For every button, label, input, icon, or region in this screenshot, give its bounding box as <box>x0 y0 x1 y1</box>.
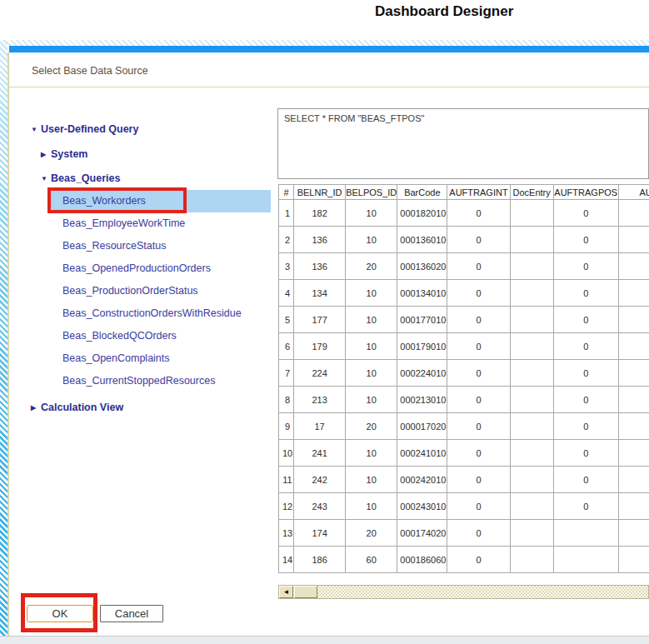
scrollbar-thumb[interactable] <box>294 586 317 598</box>
table-cell[interactable]: 0 <box>447 547 510 573</box>
table-cell[interactable]: 136 <box>294 253 346 280</box>
table-cell[interactable]: 10 <box>346 227 397 253</box>
table-cell[interactable]: 0 <box>553 493 618 520</box>
table-cell[interactable]: 10 <box>346 280 397 307</box>
tree-item-beas_currentstoppedresources[interactable]: Beas_CurrentStoppedResources <box>48 370 271 392</box>
column-header-barcode[interactable]: BarCode <box>397 185 447 200</box>
table-cell[interactable] <box>618 280 649 307</box>
table-cell[interactable]: 1 <box>279 200 294 227</box>
chevron-expanded-icon[interactable]: ▼ <box>41 175 51 182</box>
table-cell[interactable] <box>618 253 649 280</box>
table-cell[interactable]: 0 <box>447 307 510 333</box>
table-cell[interactable] <box>618 307 649 333</box>
tree-item-beas_employeeworktime[interactable]: Beas_EmployeeWorkTime <box>48 212 271 235</box>
table-cell[interactable]: 0 <box>447 253 510 280</box>
table-cell[interactable]: 2 <box>279 227 294 253</box>
table-cell[interactable] <box>618 333 649 360</box>
table-cell[interactable]: 0 <box>447 200 510 227</box>
table-cell[interactable]: 9 <box>279 413 294 440</box>
table-cell[interactable] <box>618 493 649 520</box>
table-cell[interactable]: 000242010 <box>397 467 447 493</box>
table-cell[interactable] <box>618 547 649 573</box>
table-cell[interactable] <box>553 547 618 573</box>
table-cell[interactable]: 0 <box>447 493 510 520</box>
table-cell[interactable] <box>510 200 553 227</box>
table-cell[interactable]: 177 <box>294 307 346 333</box>
table-cell[interactable]: 5 <box>279 307 294 333</box>
column-header-auftragpos[interactable]: AUFTRAGPOS <box>553 185 618 200</box>
table-cell[interactable]: 13 <box>279 520 294 547</box>
table-cell[interactable]: 0 <box>553 333 618 360</box>
table-cell[interactable]: 14 <box>279 547 294 573</box>
column-header-row-number[interactable]: # <box>279 185 294 200</box>
table-cell[interactable]: 000182010 <box>397 200 447 227</box>
table-cell[interactable]: 0 <box>447 333 510 360</box>
table-cell[interactable]: 0 <box>553 280 618 307</box>
table-cell[interactable]: 000224010 <box>397 360 447 387</box>
table-cell[interactable] <box>618 440 649 467</box>
table-cell[interactable]: 4 <box>279 280 294 307</box>
table-cell[interactable] <box>618 227 649 253</box>
cancel-button[interactable]: Cancel <box>100 605 163 622</box>
table-cell[interactable]: 000134010 <box>397 280 447 307</box>
table-cell[interactable] <box>510 547 553 573</box>
table-cell[interactable] <box>510 307 553 333</box>
tree-item-beas_productionorderstatus[interactable]: Beas_ProductionOrderStatus <box>48 280 271 302</box>
table-cell[interactable] <box>553 520 618 547</box>
table-cell[interactable]: 134 <box>294 280 346 307</box>
horizontal-scrollbar[interactable]: ◄ <box>278 585 649 599</box>
table-cell[interactable]: 10 <box>346 307 397 333</box>
table-cell[interactable]: 0 <box>553 360 618 387</box>
table-cell[interactable] <box>510 520 553 547</box>
table-cell[interactable] <box>618 520 649 547</box>
column-header-auft[interactable]: AUFT <box>618 185 649 200</box>
table-cell[interactable] <box>618 360 649 387</box>
table-cell[interactable]: 0 <box>447 413 510 440</box>
table-cell[interactable]: 0 <box>553 413 618 440</box>
table-cell[interactable]: 0 <box>553 440 618 467</box>
table-cell[interactable]: 11 <box>279 467 294 493</box>
column-header-docentry[interactable]: DocEntry <box>510 185 553 200</box>
table-cell[interactable]: 7 <box>279 360 294 387</box>
table-cell[interactable]: 000174020 <box>397 520 447 547</box>
table-cell[interactable]: 17 <box>294 413 346 440</box>
table-cell[interactable] <box>510 253 553 280</box>
sql-query-input[interactable]: SELECT * FROM "BEAS_FTPOS" <box>277 108 649 179</box>
table-cell[interactable] <box>618 413 649 440</box>
table-cell[interactable]: 000177010 <box>397 307 447 333</box>
table-cell[interactable]: 0 <box>447 360 510 387</box>
table-cell[interactable] <box>510 413 553 440</box>
table-cell[interactable]: 10 <box>279 440 294 467</box>
table-cell[interactable]: 186 <box>294 547 346 573</box>
scroll-left-button[interactable]: ◄ <box>279 586 293 598</box>
table-cell[interactable]: 0 <box>447 387 510 413</box>
table-cell[interactable] <box>618 200 649 227</box>
table-cell[interactable]: 20 <box>346 413 397 440</box>
table-cell[interactable]: 10 <box>346 387 397 413</box>
table-cell[interactable] <box>510 387 553 413</box>
tree-node-system[interactable]: ▶ System <box>41 147 87 161</box>
table-cell[interactable]: 12 <box>279 493 294 520</box>
table-cell[interactable]: 182 <box>294 200 346 227</box>
table-cell[interactable]: 0 <box>553 387 618 413</box>
table-cell[interactable]: 6 <box>279 333 294 360</box>
table-cell[interactable]: 0 <box>553 200 618 227</box>
column-header-belpos_id[interactable]: BELPOS_ID <box>346 185 397 200</box>
table-cell[interactable]: 10 <box>346 467 397 493</box>
table-cell[interactable]: 000017020 <box>397 413 447 440</box>
table-cell[interactable]: 0 <box>553 253 618 280</box>
tree-node-calculation-view[interactable]: ▶ Calculation View <box>31 401 123 414</box>
table-cell[interactable]: 0 <box>553 467 618 493</box>
table-cell[interactable]: 60 <box>346 547 397 573</box>
table-cell[interactable]: 10 <box>346 200 397 227</box>
table-cell[interactable] <box>510 333 553 360</box>
tree-item-beas_workorders[interactable]: Beas_Workorders <box>48 190 271 212</box>
tree-item-beas_constructionorderswithresidue[interactable]: Beas_ConstructionOrdersWithResidue <box>48 302 271 325</box>
table-cell[interactable]: 213 <box>294 387 346 413</box>
table-cell[interactable]: 10 <box>346 333 397 360</box>
table-cell[interactable]: 000136010 <box>397 227 447 253</box>
table-cell[interactable]: 0 <box>447 280 510 307</box>
table-cell[interactable]: 0 <box>553 307 618 333</box>
table-cell[interactable] <box>510 440 553 467</box>
table-cell[interactable]: 000136020 <box>397 253 447 280</box>
